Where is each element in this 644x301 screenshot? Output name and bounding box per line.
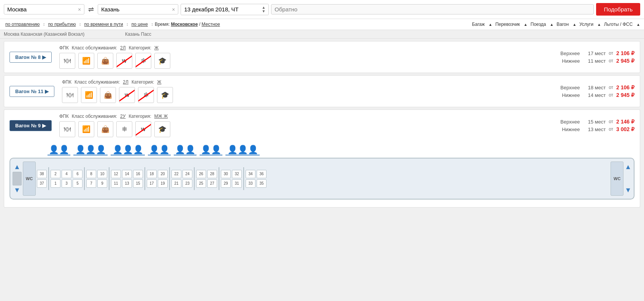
seat-28[interactable]: 28: [207, 170, 217, 178]
benefits-arrow: ▲: [636, 22, 640, 27]
seat-1[interactable]: 1: [51, 179, 60, 188]
seat-5[interactable]: 5: [73, 179, 82, 188]
wagon-9-button[interactable]: Вагон № 9 ▶: [10, 120, 52, 131]
comp-1: 2 1: [51, 170, 60, 188]
date-arrows[interactable]: ▲ ▼: [262, 6, 265, 13]
pax-group-2: 👤 👤 👤: [73, 145, 108, 155]
train-to: Казань Пасс: [125, 32, 151, 37]
icon-food-11: 🍽: [62, 87, 78, 103]
snow-icon-9: ❄: [122, 125, 127, 133]
wagon-filter[interactable]: Вагон: [555, 21, 570, 28]
local-time-toggle[interactable]: Местное: [201, 22, 220, 27]
seat-18[interactable]: 18: [147, 170, 157, 178]
seat-19[interactable]: 19: [158, 179, 168, 188]
seat-11[interactable]: 11: [111, 179, 121, 188]
seat-34[interactable]: 34: [246, 170, 255, 178]
seat-9[interactable]: 9: [97, 179, 107, 188]
sort-departure[interactable]: по отправлению: [4, 21, 41, 28]
search-button[interactable]: Подобрать: [596, 3, 640, 16]
left-arrows: ▲ ▼: [13, 162, 22, 196]
moscow-time-toggle[interactable]: Московское: [171, 22, 198, 27]
pax-icons-2: 👤 👤 👤: [75, 145, 106, 155]
wagon-11-upper-row: Верхнее 18 мест от 2 106 ₽: [553, 84, 634, 90]
wagon-11-upper-price[interactable]: 2 106 ₽: [616, 84, 634, 90]
wagon-11-upper-label: Верхнее: [553, 85, 580, 90]
icon-wifi-9: 📶: [78, 121, 94, 137]
train-filter[interactable]: Поезда: [529, 21, 548, 28]
seat-14[interactable]: 14: [122, 170, 132, 178]
return-input[interactable]: [274, 6, 590, 13]
time-label: Время:: [155, 22, 170, 27]
sort-price[interactable]: по цене: [130, 21, 149, 28]
wagon-11-class-label: Класс обслуживания:: [75, 79, 120, 85]
wagon-8-lower-price[interactable]: 2 945 ₽: [616, 58, 634, 64]
wc-right: WC: [611, 162, 623, 196]
wagon-8-button[interactable]: Вагон № 8 ▶: [10, 52, 52, 63]
date-down-arrow[interactable]: ▼: [262, 10, 265, 13]
clear-to-button[interactable]: ×: [172, 6, 175, 13]
wagon-9-lower-price[interactable]: 3 002 ₽: [616, 126, 634, 132]
seat-32[interactable]: 32: [232, 170, 242, 178]
seat-21[interactable]: 21: [171, 179, 181, 188]
wagon-8-upper-price[interactable]: 2 106 ₽: [616, 50, 634, 56]
date-input[interactable]: [184, 6, 260, 13]
seat-29[interactable]: 29: [221, 179, 231, 188]
sort-arrival[interactable]: по прибытию: [46, 21, 77, 28]
comp-sep7: [219, 167, 219, 190]
wagon-8-lower-prefix: от: [609, 58, 613, 63]
date-up-arrow[interactable]: ▲: [262, 6, 265, 10]
to-input[interactable]: [101, 6, 170, 13]
seat-3[interactable]: 3: [62, 179, 71, 188]
wagon-11-lower-prefix: от: [609, 92, 613, 98]
seat-16[interactable]: 16: [133, 170, 143, 178]
seat-33[interactable]: 33: [246, 179, 255, 188]
seat-20[interactable]: 20: [158, 170, 168, 178]
wagon-11-upper-count: 18 мест: [583, 85, 606, 90]
seat-10[interactable]: 10: [97, 170, 107, 178]
wagon-9-upper-price[interactable]: 2 146 ₽: [616, 119, 634, 125]
seat-7[interactable]: 7: [86, 179, 96, 188]
from-input[interactable]: [7, 6, 76, 13]
baggage-filter[interactable]: Багаж: [471, 21, 486, 28]
wagon-11-lower-price[interactable]: 2 945 ₽: [616, 92, 634, 98]
wagon-11-button[interactable]: Вагон № 11 ▶: [10, 86, 54, 97]
sep1: ↕: [43, 22, 45, 27]
wc-left: WC: [23, 162, 36, 196]
seat-2[interactable]: 2: [51, 170, 60, 178]
seat-23[interactable]: 23: [182, 179, 192, 188]
seat-4[interactable]: 4: [62, 170, 71, 178]
seat-38[interactable]: 38: [37, 170, 47, 178]
seat-26[interactable]: 26: [196, 170, 206, 178]
edu-icon: 🎓: [158, 57, 167, 65]
seat-30[interactable]: 30: [221, 170, 231, 178]
seat-35[interactable]: 35: [257, 179, 266, 188]
wagon-11-number: № 11: [31, 89, 44, 94]
seat-6[interactable]: 6: [73, 170, 82, 178]
seat-8[interactable]: 8: [86, 170, 96, 178]
benefits-filter[interactable]: Льготы / ФСС: [603, 21, 634, 28]
pax-group-4: 👤 👤: [148, 145, 171, 155]
swap-button[interactable]: ⇌: [87, 5, 95, 14]
seat-25[interactable]: 25: [196, 179, 206, 188]
pax-icon: 👤: [159, 145, 170, 155]
sep4: ↕: [151, 22, 153, 27]
wagon-8-carrier: ФПК: [59, 45, 69, 51]
carrier-filter[interactable]: Перевозчик: [494, 21, 522, 28]
seat-27[interactable]: 27: [207, 179, 217, 188]
sort-travel-time[interactable]: по времени в пути: [82, 21, 124, 28]
icon-wifi-8: 📶: [78, 53, 94, 69]
seat-12[interactable]: 12: [111, 170, 121, 178]
seat-17[interactable]: 17: [147, 179, 157, 188]
seat-15[interactable]: 15: [133, 179, 143, 188]
seat-36[interactable]: 36: [257, 170, 266, 178]
icon-wifi-11: 📶: [81, 87, 97, 103]
seat-22[interactable]: 22: [171, 170, 181, 178]
seat-37[interactable]: 37: [37, 179, 47, 188]
clear-from-button[interactable]: ×: [78, 6, 81, 13]
seat-31[interactable]: 31: [232, 179, 242, 188]
pax-icon: 👤: [238, 145, 248, 155]
seat-24[interactable]: 24: [182, 170, 192, 178]
services-filter[interactable]: Услуги: [578, 21, 595, 28]
seat-13[interactable]: 13: [122, 179, 132, 188]
wagon-arrow: ▲: [573, 22, 576, 27]
